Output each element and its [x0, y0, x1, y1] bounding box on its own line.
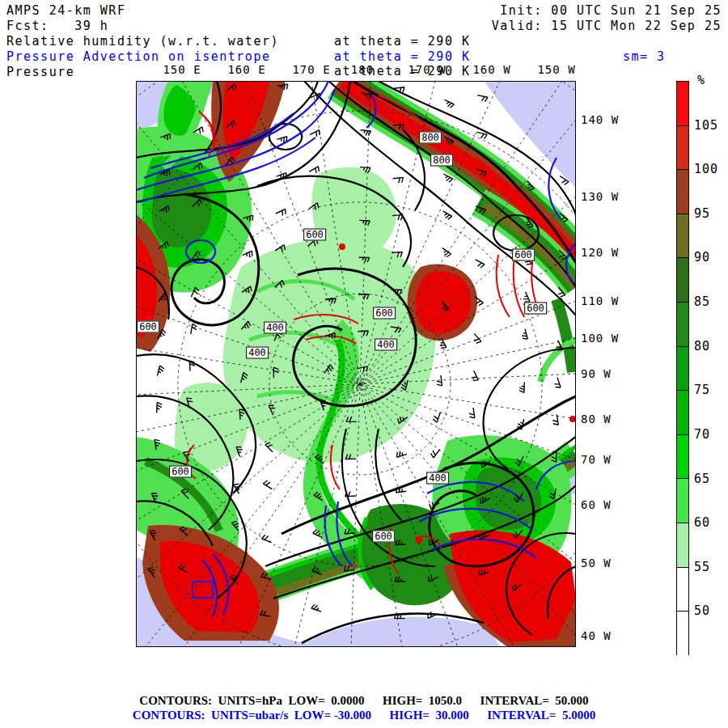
- colorbar-segment: [677, 82, 688, 126]
- forecast-hour: Fcst: 39 h: [6, 19, 108, 33]
- contour-info-advection: CONTOURS: UNITS=ubar/s LOW= -30.000 HIGH…: [0, 709, 728, 722]
- right-axis-label: 40 W: [581, 629, 612, 642]
- top-axis-label: 160 W: [472, 63, 510, 76]
- map-area: 600400400600600400800800600600400600600: [136, 81, 576, 647]
- colorbar-tick: 95: [694, 206, 710, 221]
- colorbar-segment: [677, 479, 688, 523]
- colorbar-segment: [677, 523, 688, 568]
- smoothing-label: sm= 3: [623, 50, 666, 64]
- colorbar-tick: 105: [694, 118, 718, 133]
- colorbar-segment: [677, 568, 688, 612]
- colorbar-segment: [677, 391, 688, 435]
- map-canvas: [136, 81, 576, 647]
- init-time: Init: 00 UTC Sun 21 Sep 25: [500, 4, 722, 18]
- right-axis-label: 120 W: [581, 246, 619, 259]
- colorbar-tick: 100: [694, 162, 718, 176]
- right-axis-label: 100 W: [581, 332, 619, 345]
- colorbar-segment: [677, 435, 688, 480]
- right-axis-label: 80 W: [581, 413, 612, 425]
- colorbar: [676, 81, 689, 655]
- colorbar-tick: 90: [694, 250, 710, 265]
- right-axis-label: 130 W: [581, 190, 619, 203]
- right-axis-label: 50 W: [581, 557, 612, 569]
- colorbar-tick: 65: [694, 472, 710, 486]
- field2-level: at theta = 290 K: [334, 50, 471, 64]
- field3-name: Pressure: [6, 66, 74, 79]
- top-axis-label: 150 W: [537, 63, 575, 76]
- field1-level: at theta = 290 K: [334, 35, 471, 49]
- weather-forecast-plot: AMPS 24-km WRF Fcst: 39 h Relative humid…: [0, 0, 728, 728]
- colorbar-segment: [677, 170, 688, 214]
- top-axis-label: 170 E: [292, 63, 330, 76]
- field3-level: at theta = 290 K: [334, 65, 471, 78]
- right-axis-label: 90 W: [581, 367, 612, 380]
- colorbar-segment: [677, 347, 688, 392]
- valid-time: Valid: 15 UTC Mon 22 Sep 25: [492, 19, 722, 33]
- colorbar-tick: 75: [694, 383, 710, 397]
- colorbar-segment: [677, 258, 688, 303]
- colorbar-segment: [677, 214, 688, 259]
- top-axis-label: 150 E: [163, 63, 201, 76]
- right-axis-label: 60 W: [581, 498, 612, 511]
- colorbar-tick: 55: [694, 560, 710, 574]
- colorbar-tick: 85: [694, 294, 710, 309]
- top-axis-label: 160 E: [227, 63, 265, 76]
- field1-name: Relative humidity (w.r.t. water): [6, 35, 279, 49]
- right-axis-label: 110 W: [581, 294, 619, 307]
- colorbar-tick: 60: [694, 515, 710, 530]
- colorbar-unit: %: [697, 73, 705, 87]
- field2-name: Pressure Advection on isentrope: [6, 50, 270, 64]
- colorbar-tick: 50: [694, 603, 710, 618]
- model-title: AMPS 24-km WRF: [6, 4, 125, 18]
- colorbar-segment: [677, 612, 688, 656]
- right-axis-label: 140 W: [581, 113, 619, 126]
- colorbar-segment: [677, 303, 688, 347]
- colorbar-segment: [677, 126, 688, 171]
- colorbar-tick: 70: [694, 427, 710, 442]
- right-axis-label: 70 W: [581, 453, 612, 466]
- colorbar-tick: 80: [694, 339, 710, 353]
- contour-info-pressure: CONTOURS: UNITS=hPa LOW= 0.0000 HIGH= 10…: [0, 694, 728, 708]
